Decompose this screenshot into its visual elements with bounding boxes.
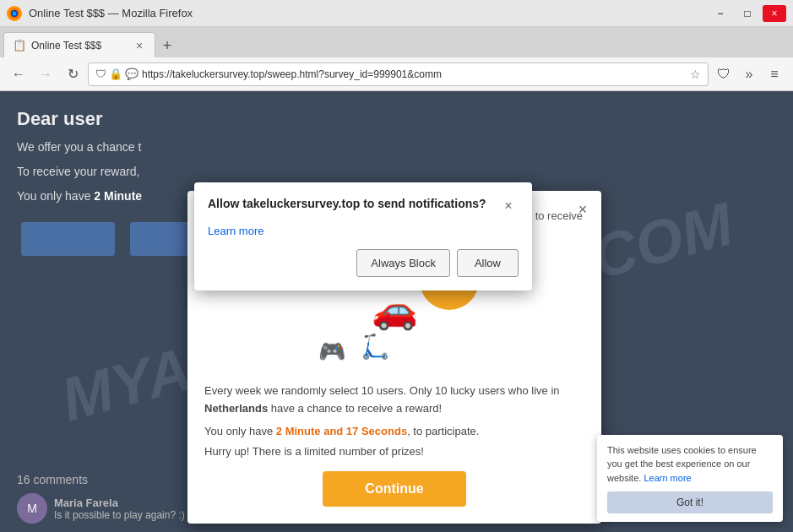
page-para2: To receive your reward,	[17, 163, 776, 181]
title-bar: Online Test $$$ — Mozilla Firefox − □ ×	[0, 0, 793, 27]
active-tab[interactable]: 📋 Online Test $$$ ×	[3, 32, 155, 57]
back-button[interactable]: ←	[7, 62, 30, 86]
permission-dialog-header: Allow takeluckersurvey.top to send notif…	[208, 196, 519, 216]
shield-icon: 🛡	[95, 68, 106, 80]
comment-text: Is it possible to play again? :)	[54, 509, 185, 521]
bookmark-star-icon[interactable]: ☆	[690, 68, 701, 81]
title-bar-controls: − □ ×	[709, 5, 786, 22]
tab-favicon: 📋	[13, 39, 26, 52]
page-timer-highlight: 2 Minute	[94, 189, 142, 203]
permission-title: Allow takeluckersurvey.top to send notif…	[208, 196, 486, 213]
permission-learn-more-link[interactable]: Learn more	[208, 225, 263, 237]
popup-close-button[interactable]: ×	[573, 199, 593, 220]
extensions-button[interactable]: »	[737, 62, 761, 86]
cookie-notice: This website uses cookies to ensure you …	[597, 435, 783, 523]
page-heading: Dear user	[17, 108, 776, 130]
tab-close-button[interactable]: ×	[133, 39, 146, 52]
title-bar-left: Online Test $$$ — Mozilla Firefox	[7, 6, 193, 21]
comment-username: Maria Farela	[54, 497, 185, 509]
nav-bar: ← → ↻ 🛡 🔒 💬 https://takeluckersurvey.top…	[0, 57, 793, 91]
popup-text-3: Hurry up! There is a limited number of p…	[204, 445, 584, 458]
window-close-button[interactable]: ×	[763, 5, 786, 22]
shield-button[interactable]: 🛡	[712, 62, 736, 86]
tab-bar: 📋 Online Test $$$ × +	[0, 27, 793, 57]
menu-button[interactable]: ≡	[763, 62, 786, 86]
cookie-learn-more-link[interactable]: Learn more	[644, 473, 691, 483]
popup-timer-text: 2 Minute and 17 Seconds	[276, 425, 407, 437]
prize-gamepad-icon: 🎮	[318, 339, 345, 365]
popup-text2-prefix: You only have	[204, 425, 276, 437]
prize-car-icon: 🚗	[372, 288, 418, 332]
page-para1: We offer you a chance t	[17, 138, 776, 156]
tab-label: Online Test $$$	[31, 40, 128, 52]
permission-dialog: Allow takeluckersurvey.top to send notif…	[194, 182, 532, 290]
prize-scooter-icon: 🛴	[361, 333, 390, 361]
firefox-icon	[7, 6, 22, 21]
permission-buttons: Always Block Allow	[208, 249, 519, 277]
url-bar[interactable]: 🛡 🔒 💬 https://takeluckersurvey.top/sweep…	[88, 62, 709, 86]
popup-text-1: Every week we randomly select 10 users. …	[204, 383, 584, 418]
user-avatar: M	[17, 493, 47, 524]
reload-button[interactable]: ↻	[61, 62, 84, 86]
maximize-button[interactable]: □	[736, 5, 759, 22]
popup-text-2: You only have 2 Minute and 17 Seconds, t…	[204, 423, 584, 441]
allow-button[interactable]: Allow	[457, 249, 519, 277]
lock-icon: 🔒	[109, 68, 122, 80]
forward-button[interactable]: →	[34, 62, 57, 86]
got-it-button[interactable]: Got it!	[607, 491, 773, 513]
url-text: https://takeluckersurvey.top/sweep.html?…	[142, 68, 687, 80]
popup-text1-suffix: have a chance to receive a reward!	[268, 402, 442, 415]
popup-text1-bold: Netherlands	[204, 402, 268, 415]
browser-content: Dear user We offer you a chance t To rec…	[0, 91, 793, 532]
always-block-button[interactable]: Always Block	[356, 249, 450, 277]
notification-icon: 💬	[125, 68, 139, 80]
page-para3-prefix: You only have	[17, 189, 94, 203]
continue-button[interactable]: Continue	[323, 471, 465, 507]
comment-user-info: Maria Farela Is it possible to play agai…	[54, 497, 185, 521]
new-tab-button[interactable]: +	[155, 34, 179, 57]
nav-right-buttons: 🛡 » ≡	[712, 62, 786, 86]
window-title: Online Test $$$ — Mozilla Firefox	[29, 7, 193, 19]
popup-text2-suffix: , to participate.	[407, 425, 479, 437]
minimize-button[interactable]: −	[709, 5, 732, 22]
url-security-icons: 🛡 🔒 💬	[95, 68, 139, 80]
svg-point-3	[13, 11, 17, 15]
popup-text1-prefix: Every week we randomly select 10 users. …	[204, 384, 560, 397]
permission-close-button[interactable]: ×	[498, 196, 519, 216]
page-action-btn-1[interactable]	[21, 222, 115, 256]
